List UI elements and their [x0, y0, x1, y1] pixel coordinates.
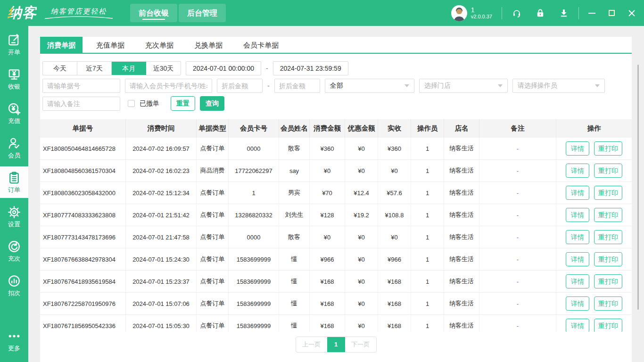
reprint-button[interactable]: 重打印	[594, 319, 622, 332]
user-name: 1	[471, 6, 492, 14]
sidebar-item-cashier[interactable]: 收银	[0, 63, 28, 95]
date-preset-button[interactable]: 今天	[43, 62, 77, 75]
cell-type: 点餐订单	[197, 271, 229, 292]
sidebar-item-recharge-times[interactable]: 充次	[0, 235, 28, 267]
cell-order_no: XF1808050464814665728	[40, 138, 126, 159]
sidebar-item-settings[interactable]: 设置	[0, 201, 28, 232]
close-icon[interactable]	[628, 9, 636, 17]
topnav-tab[interactable]: 前台收银	[130, 4, 177, 22]
cell-remark: -	[479, 271, 556, 292]
cell-card_no: 0000	[229, 226, 279, 248]
reprint-button[interactable]: 重打印	[594, 208, 622, 222]
sidebar-item-recharge[interactable]: 充值	[0, 98, 28, 129]
reprint-button[interactable]: 重打印	[594, 230, 622, 244]
topnav-tab[interactable]: 后台管理	[179, 4, 226, 22]
avatar[interactable]	[451, 5, 467, 21]
download-icon[interactable]	[559, 8, 569, 18]
cell-actions: 详情重打印	[556, 160, 632, 181]
cell-card_no: 0000	[229, 138, 279, 159]
filter-row-dates: 今天近7天本月近30天 -	[42, 61, 629, 75]
sidebar-item-label: 更多	[8, 344, 20, 353]
detail-button[interactable]: 详情	[566, 164, 589, 178]
cell-operator: 1	[411, 248, 444, 270]
support-headset-icon[interactable]	[512, 8, 522, 18]
cell-actions: 详情重打印	[556, 293, 632, 314]
remark-input[interactable]	[42, 97, 120, 111]
date-from-input[interactable]	[186, 61, 261, 75]
recharge-icon	[7, 102, 21, 116]
prev-page-button[interactable]: 上一页	[296, 337, 327, 352]
detail-button[interactable]: 详情	[566, 319, 589, 332]
detail-button[interactable]: 详情	[566, 252, 589, 266]
maximize-icon[interactable]	[609, 10, 615, 16]
cell-order_no: XF1807774083333623808	[40, 204, 126, 226]
cell-discount: ¥0	[345, 248, 378, 270]
cell-paid: ¥168	[378, 315, 411, 332]
sidebar-item-orders[interactable]: 订单	[0, 166, 28, 198]
cell-actions: 详情重打印	[556, 271, 632, 292]
search-button[interactable]: 查询	[200, 96, 224, 111]
cell-amount: ¥966	[310, 248, 345, 270]
vertical-scrollbar[interactable]	[637, 65, 639, 310]
reprint-button[interactable]: 重打印	[594, 296, 622, 311]
detail-button[interactable]: 详情	[566, 186, 589, 200]
detail-button[interactable]: 详情	[566, 230, 589, 244]
reprint-button[interactable]: 重打印	[594, 141, 622, 156]
sidebar-item-label: 开单	[8, 48, 20, 57]
minimize-icon[interactable]	[588, 13, 595, 14]
table-row: XF18080504648146657282024-07-02 16:09:57…	[40, 138, 632, 160]
cell-member: 懂	[279, 315, 310, 332]
amount-max-input[interactable]	[274, 79, 320, 93]
operator-select[interactable]: 请选择操作员	[512, 79, 605, 93]
cell-store: 纳客生活	[444, 182, 479, 204]
doc-tab[interactable]: 充值单据	[89, 37, 132, 53]
lock-icon[interactable]	[535, 8, 545, 18]
reset-button[interactable]: 重置	[171, 96, 195, 111]
detail-button[interactable]: 详情	[566, 296, 589, 311]
cell-card_no: 1583699999	[229, 271, 279, 292]
reprint-button[interactable]: 重打印	[594, 164, 622, 178]
topbar-icons	[512, 8, 569, 18]
column-header: 备注	[479, 119, 556, 138]
order-type-select[interactable]: 全部	[325, 79, 414, 93]
date-to-input[interactable]	[273, 61, 348, 75]
detail-button[interactable]: 详情	[566, 208, 589, 222]
settings-icon	[7, 205, 21, 219]
reprint-button[interactable]: 重打印	[594, 274, 622, 288]
revoked-checkbox[interactable]	[128, 100, 135, 107]
detail-button[interactable]: 详情	[566, 141, 589, 156]
store-select[interactable]: 选择门店	[419, 79, 508, 93]
amount-min-input[interactable]	[217, 79, 263, 93]
cell-time: 2024-07-01 21:51:42	[126, 204, 197, 226]
date-preset-button[interactable]: 近7天	[77, 62, 112, 75]
cell-order_no: XF1807672258701950976	[40, 293, 126, 314]
detail-button[interactable]: 详情	[566, 274, 589, 288]
sidebar-item-more[interactable]: 更多	[0, 325, 28, 356]
member-search-input[interactable]	[125, 79, 212, 93]
current-page-button[interactable]: 1	[327, 337, 345, 352]
date-preset-button[interactable]: 本月	[112, 62, 146, 75]
reprint-button[interactable]: 重打印	[594, 186, 622, 200]
sidebar-item-billing[interactable]: 开单	[0, 29, 28, 60]
cell-remark: -	[479, 160, 556, 181]
cell-paid: ¥57.6	[378, 182, 411, 204]
cell-store: 纳客生活	[444, 315, 479, 332]
doc-tab[interactable]: 兑换单据	[187, 37, 230, 53]
doc-tab[interactable]: 会员卡单据	[236, 37, 286, 53]
doc-tab[interactable]: 充次单据	[138, 37, 181, 53]
next-page-button[interactable]: 下一页	[345, 337, 376, 352]
reprint-button[interactable]: 重打印	[594, 252, 622, 266]
cell-actions: 详情重打印	[556, 226, 632, 248]
cell-amount: ¥0	[310, 226, 345, 248]
sidebar-item-deduct-times[interactable]: 扣次	[0, 270, 28, 301]
cell-card_no: 1583699999	[229, 315, 279, 332]
sidebar-item-member[interactable]: 会员	[0, 132, 28, 164]
cell-member: 懂	[279, 248, 310, 270]
cell-member: 懂	[279, 271, 310, 292]
date-preset-button[interactable]: 近30天	[146, 62, 181, 75]
order-no-input[interactable]	[42, 79, 120, 93]
doc-tab[interactable]: 消费单据	[40, 37, 83, 53]
cell-time: 2024-07-02 15:12:34	[126, 182, 197, 204]
column-header: 实收	[378, 119, 411, 138]
cell-store: 纳客生活	[444, 204, 479, 226]
